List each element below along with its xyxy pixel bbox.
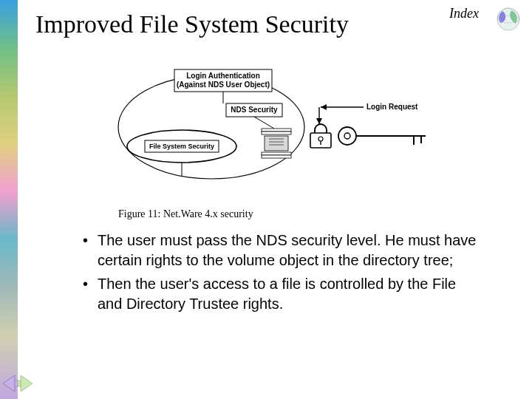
bullet-item: The user must pass the NDS security leve… [84,231,483,270]
svg-rect-17 [262,155,291,158]
svg-rect-11 [262,132,291,134]
svg-marker-21 [316,118,322,124]
svg-point-26 [344,133,350,139]
diagram-label: NDS Security [231,106,278,114]
diagram-label: Login Request [366,103,418,111]
svg-marker-33 [21,375,33,392]
svg-marker-30 [3,375,15,392]
diagram-label: File System Security [149,143,214,150]
security-diagram: Login Authentication (Against NDS User O… [115,66,440,192]
svg-rect-22 [310,133,331,148]
svg-rect-32 [18,381,21,386]
svg-rect-10 [262,129,291,132]
diagram-label: (Against NDS User Object) [177,81,270,89]
diagram-label: Login Authentication [186,72,260,80]
index-link[interactable]: Index [449,6,479,21]
bullet-item: Then the user's access to a file is cont… [84,274,483,313]
page-title: Improved File System Security [35,10,349,38]
bullet-list: The user must pass the NDS security leve… [84,231,483,318]
globe-icon [495,6,522,33]
svg-point-25 [338,127,356,145]
figure-caption: Figure 11: Net.Ware 4.x security [118,208,253,220]
svg-marker-19 [321,104,327,110]
nav-arrows-icon[interactable] [1,372,34,395]
left-gradient-bar [0,0,18,399]
svg-rect-31 [15,381,18,386]
svg-line-7 [254,117,274,129]
svg-rect-16 [262,152,291,155]
svg-rect-12 [265,136,288,151]
